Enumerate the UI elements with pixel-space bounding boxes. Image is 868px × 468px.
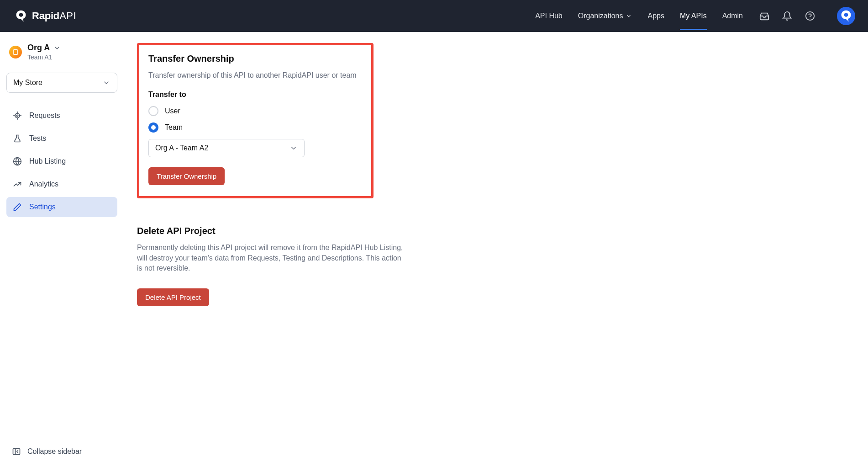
sidebar: Org A Team A1 My Store Requests Tests Hu…	[0, 32, 124, 468]
help-icon[interactable]	[805, 11, 815, 21]
bell-icon[interactable]	[782, 11, 792, 21]
nav-admin[interactable]: Admin	[722, 2, 743, 30]
nav-my-apis[interactable]: My APIs	[680, 2, 707, 30]
sidebar-item-label: Requests	[29, 112, 60, 120]
section-title: Delete API Project	[137, 226, 406, 236]
transfer-ownership-button[interactable]: Transfer Ownership	[148, 167, 225, 185]
team-name: Team A1	[27, 53, 61, 61]
transfer-ownership-section: Transfer Ownership Transfer ownership of…	[137, 43, 374, 198]
nav-api-hub[interactable]: API Hub	[535, 2, 563, 30]
org-selector[interactable]: Org A Team A1	[6, 43, 117, 68]
org-name: Org A	[27, 43, 50, 53]
nav-organizations[interactable]: Organizations	[578, 2, 632, 30]
logo[interactable]: RapidAPI	[15, 10, 76, 22]
svg-point-7	[15, 113, 20, 118]
radio-icon	[148, 122, 158, 133]
chart-icon	[13, 180, 22, 189]
sidebar-item-settings[interactable]: Settings	[6, 197, 117, 217]
nav: API Hub Organizations Apps My APIs Admin	[535, 2, 743, 30]
sidebar-item-hub-listing[interactable]: Hub Listing	[6, 151, 117, 171]
flask-icon	[13, 134, 22, 143]
pencil-icon	[13, 202, 22, 212]
sidebar-item-label: Hub Listing	[29, 157, 66, 165]
chevron-down-icon	[289, 144, 298, 152]
globe-icon	[13, 157, 22, 166]
inbox-icon[interactable]	[759, 11, 769, 21]
header-icons	[759, 7, 855, 25]
delete-api-section: Delete API Project Permanently deleting …	[137, 226, 406, 306]
team-select[interactable]: Org A - Team A2	[148, 139, 305, 157]
logo-icon	[15, 10, 27, 22]
target-icon	[13, 111, 22, 120]
store-select[interactable]: My Store	[6, 73, 117, 93]
collapse-sidebar[interactable]: Collapse sidebar	[6, 442, 117, 461]
logo-text: RapidAPI	[32, 10, 76, 22]
nav-apps[interactable]: Apps	[647, 2, 664, 30]
avatar[interactable]	[837, 7, 855, 25]
section-title: Transfer Ownership	[148, 53, 362, 64]
radio-label: User	[165, 107, 180, 115]
svg-rect-2	[14, 49, 17, 54]
side-nav: Requests Tests Hub Listing Analytics Set…	[6, 106, 117, 217]
chevron-down-icon	[102, 79, 110, 87]
sidebar-item-label: Analytics	[29, 180, 58, 188]
sidebar-item-label: Settings	[29, 203, 56, 211]
sidebar-item-requests[interactable]: Requests	[6, 106, 117, 126]
radio-user[interactable]: User	[148, 106, 362, 116]
chevron-down-icon	[53, 44, 61, 52]
main-content: Transfer Ownership Transfer ownership of…	[124, 32, 868, 468]
section-desc: Transfer ownership of this API to anothe…	[148, 70, 362, 80]
delete-api-button[interactable]: Delete API Project	[137, 288, 209, 306]
section-desc: Permanently deleting this API project wi…	[137, 243, 406, 273]
radio-label: Team	[165, 123, 183, 132]
radio-icon	[148, 106, 158, 116]
svg-point-8	[16, 115, 18, 116]
chevron-down-icon	[626, 13, 632, 19]
field-label: Transfer to	[148, 90, 362, 99]
collapse-icon	[12, 447, 21, 456]
org-icon	[9, 46, 22, 58]
radio-team[interactable]: Team	[148, 122, 362, 133]
sidebar-item-label: Tests	[29, 134, 46, 143]
header: RapidAPI API Hub Organizations Apps My A…	[0, 0, 868, 32]
sidebar-item-tests[interactable]: Tests	[6, 128, 117, 149]
sidebar-item-analytics[interactable]: Analytics	[6, 174, 117, 194]
